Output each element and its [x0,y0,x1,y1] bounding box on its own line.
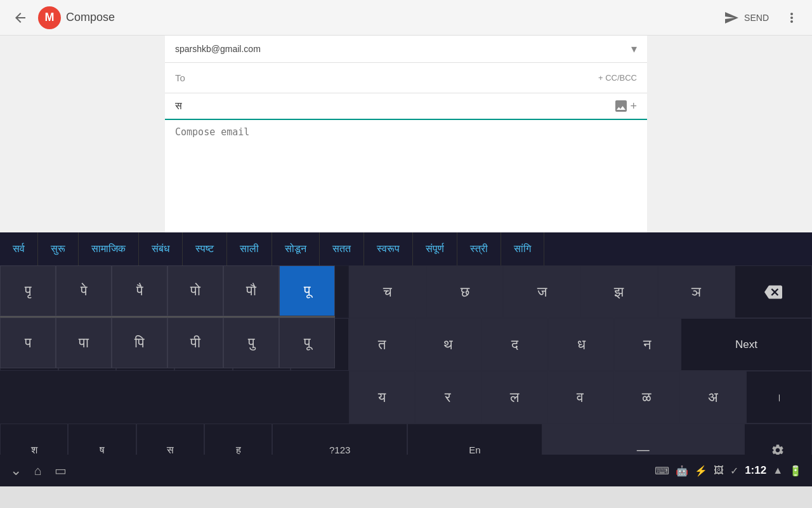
popup-row-1: पृ पे पै पो पौ पू [0,265,335,316]
popup-key-pii[interactable]: पी [167,318,223,368]
usb-icon: ⚡ [695,465,707,477]
suggestion-11[interactable]: सांगि [501,232,544,265]
popup-row-2: प पा पि पी पु पू [0,318,335,368]
nav-recents-icon[interactable]: ▭ [55,463,67,478]
key-ja[interactable]: ज [503,265,580,318]
next-button[interactable]: Next [681,318,812,371]
to-input[interactable] [200,72,598,83]
battery-icon: 🔋 [789,465,802,477]
from-address: sparshkb@gmail.com [175,44,261,54]
from-dropdown-icon[interactable]: ▾ [631,42,637,56]
suggestion-3[interactable]: संबंध [139,232,183,265]
key-da[interactable]: द [481,318,548,371]
key-cha[interactable]: च [349,265,426,318]
image-icon: 🖼 [714,465,724,476]
back-button[interactable] [8,5,33,30]
keyboard: क रव ग घ ङ पृ पे पै पो पौ पू [0,265,812,455]
wifi-icon: ▲ [773,465,783,476]
popup-key-puu[interactable]: पू [279,318,335,368]
key-va[interactable]: व [547,371,613,424]
status-nav-icons: ⌄ ⌂ ▭ [10,462,67,479]
from-row: sparshkb@gmail.com ▾ [165,36,647,63]
send-button[interactable]: SEND [724,10,769,25]
key-dha[interactable]: ध [548,318,615,371]
popup-key-po[interactable]: पो [167,265,223,316]
key-visarg[interactable]: । [746,371,812,424]
suggestion-8[interactable]: स्वरूप [364,232,413,265]
status-time: 1:12 [745,464,766,477]
top-bar: M Compose SEND [0,0,812,36]
more-options-button[interactable] [779,5,804,30]
nav-home-icon[interactable]: ⌂ [34,464,42,478]
gmail-logo: M [38,6,61,29]
key-la[interactable]: ल [481,371,547,424]
suggestion-5[interactable]: साली [227,232,272,265]
suggestion-0[interactable]: सर्व [0,232,38,265]
key-jha[interactable]: झ [580,265,658,318]
popup-key-pau[interactable]: पौ [223,265,279,316]
popup-key-pi[interactable]: पि [112,318,167,368]
key-ta[interactable]: त [349,318,416,371]
to-label: To [175,72,200,83]
key-ya[interactable]: य [349,371,415,424]
key-na[interactable]: न [614,318,681,371]
status-bar: ⌄ ⌂ ▭ ⌨ 🤖 ⚡ 🖼 ✓ 1:12 ▲ 🔋 [0,455,812,486]
body-input[interactable] [175,126,637,158]
status-system-icons: ⌨ 🤖 ⚡ 🖼 ✓ 1:12 ▲ 🔋 [655,464,802,477]
body-row[interactable] [165,120,647,167]
suggestion-9[interactable]: संपूर्ण [413,232,457,265]
popup-key-puu-active[interactable]: पू [279,265,335,316]
key-a[interactable]: अ [679,371,745,424]
backspace-button[interactable] [735,265,812,318]
keyboard-icon: ⌨ [655,465,669,477]
suggestion-2[interactable]: सामाजिक [79,232,139,265]
popup-container: पृ पे पै पो पौ पू प पा पि पी पु पू [0,265,335,368]
suggestion-7[interactable]: सतत [320,232,364,265]
compose-area: sparshkb@gmail.com ▾ To + CC/BCC + [165,36,647,232]
popup-key-pa[interactable]: प [0,318,56,368]
key-chha[interactable]: छ [426,265,504,318]
nav-down-icon[interactable]: ⌄ [10,462,22,479]
popup-key-pe[interactable]: पे [56,265,112,316]
popup-key-paa[interactable]: पा [56,318,112,368]
suggestion-6[interactable]: सोडून [272,232,320,265]
key-nya[interactable]: ञ [658,265,735,318]
popup-key-pri[interactable]: पृ [0,265,56,316]
suggestion-10[interactable]: स्त्री [457,232,501,265]
popup-key-pai[interactable]: पै [112,265,167,316]
check-icon: ✓ [730,465,738,477]
page-title: Compose [66,11,724,24]
suggestions-bar: सर्व सुरू सामाजिक संबंध स्पष्ट साली सोडू… [0,232,812,265]
subject-row[interactable]: + [165,93,647,120]
to-row[interactable]: To + CC/BCC [165,63,647,93]
send-label: SEND [744,13,769,23]
android-icon: 🤖 [676,465,688,477]
key-ra[interactable]: र [415,371,481,424]
suggestion-4[interactable]: स्पष्ट [183,232,227,265]
attach-button[interactable]: + [613,98,637,114]
suggestion-1[interactable]: सुरू [38,232,79,265]
cc-bcc-button[interactable]: + CC/BCC [598,73,637,83]
popup-key-pu[interactable]: पु [223,318,279,368]
key-lla[interactable]: ळ [613,371,679,424]
key-tha[interactable]: थ [416,318,482,371]
subject-input[interactable] [175,100,613,112]
